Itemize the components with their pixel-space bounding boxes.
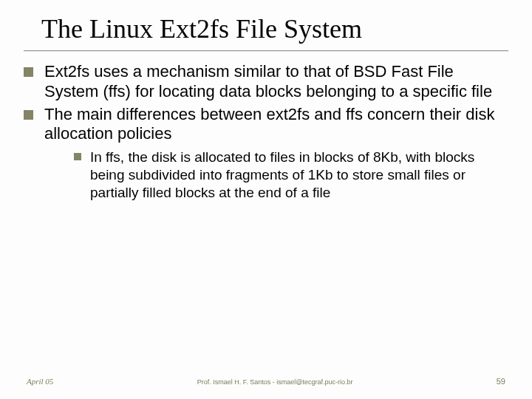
bullet-list-level1: Ext2fs uses a mechanism similar to that … [24,62,508,202]
footer-date: April 05 [27,377,53,386]
bullet-subitem: In ffs, the disk is allocated to files i… [74,149,508,201]
footer-page-number: 59 [497,377,505,386]
bullet-text: Ext2fs uses a mechanism similar to that … [44,62,492,100]
slide-body: Ext2fs uses a mechanism similar to that … [0,52,532,202]
bullet-text: The main differences between ext2fs and … [44,105,494,143]
slide: The Linux Ext2fs File System Ext2fs uses… [0,0,532,399]
bullet-item: The main differences between ext2fs and … [24,105,508,202]
bullet-list-level2: In ffs, the disk is allocated to files i… [44,149,508,201]
footer-author: Prof. Ismael H. F. Santos - ismael@tecgr… [197,378,353,386]
bullet-text: In ffs, the disk is allocated to files i… [90,149,474,200]
slide-footer: April 05 Prof. Ismael H. F. Santos - ism… [0,377,532,386]
slide-title: The Linux Ext2fs File System [0,0,532,50]
bullet-item: Ext2fs uses a mechanism similar to that … [24,62,508,102]
